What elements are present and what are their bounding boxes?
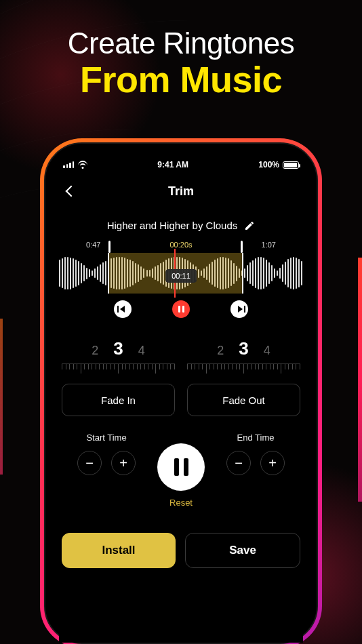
install-button[interactable]: Install: [62, 533, 176, 568]
dial-next: 4: [264, 344, 270, 358]
install-label: Install: [102, 544, 135, 557]
selection-handle-right[interactable]: [241, 241, 243, 253]
wifi-icon: [77, 161, 87, 169]
dial-prev: 2: [92, 344, 98, 358]
fade-in-label: Fade In: [101, 395, 136, 406]
skip-end-icon: [238, 306, 243, 313]
play-pause-button[interactable]: [157, 443, 205, 491]
minus-icon: −: [235, 456, 243, 470]
start-time-label: Start Time: [59, 432, 154, 443]
phone-screen: 9:41 AM 100% Trim Higher and Higher by C…: [59, 159, 303, 643]
chevron-left-icon: [66, 186, 77, 197]
save-button[interactable]: Save: [185, 533, 300, 568]
battery-pct: 100%: [258, 160, 279, 169]
start-time-decrement[interactable]: −: [77, 451, 102, 475]
selection-start-time: 0:47: [86, 241, 100, 249]
pause-icon: [174, 458, 188, 476]
hero-line2: From Music: [0, 60, 362, 100]
phone-frame: 9:41 AM 100% Trim Higher and Higher by C…: [44, 142, 318, 644]
fade-in-dial[interactable]: 2 3 4: [62, 338, 175, 374]
fade-in-button[interactable]: Fade In: [62, 384, 175, 416]
dial-current: 3: [239, 338, 248, 359]
selection-handle-left[interactable]: [108, 241, 110, 253]
battery-icon: [283, 161, 299, 169]
end-time-increment[interactable]: +: [260, 451, 285, 475]
hero-text: Create Ringtones From Music: [0, 27, 362, 100]
status-time: 9:41 AM: [157, 160, 188, 169]
end-time-label: End Time: [208, 432, 303, 443]
plus-icon: +: [119, 456, 127, 470]
dial-current: 3: [113, 338, 123, 359]
fade-out-dial[interactable]: 2 3 4: [187, 338, 300, 374]
minus-icon: −: [85, 456, 94, 470]
skip-start-button[interactable]: [114, 300, 132, 318]
playhead-time: 00:11: [165, 269, 197, 283]
selection-end-time: 1:07: [262, 241, 276, 249]
reset-label: Reset: [169, 498, 193, 508]
plus-icon: +: [268, 456, 277, 470]
reset-button[interactable]: Reset: [169, 498, 193, 508]
page-title: Trim: [168, 184, 194, 199]
track-title: Higher and Higher by Clouds: [107, 220, 238, 231]
back-button[interactable]: [62, 182, 79, 200]
skip-end-button[interactable]: [230, 300, 248, 318]
skip-start-icon: [120, 306, 125, 313]
signal-icon: [63, 161, 74, 168]
pause-icon: [178, 306, 184, 313]
end-time-decrement[interactable]: −: [226, 451, 251, 475]
mini-pause-button[interactable]: [172, 300, 190, 318]
fade-out-label: Fade Out: [222, 395, 265, 406]
dial-next: 4: [138, 344, 145, 358]
status-bar: 9:41 AM 100%: [59, 159, 303, 171]
hero-line1: Create Ringtones: [0, 27, 362, 60]
edit-icon[interactable]: [244, 220, 255, 231]
start-time-increment[interactable]: +: [111, 451, 136, 475]
save-label: Save: [229, 544, 256, 557]
dial-prev: 2: [217, 344, 224, 358]
fade-out-button[interactable]: Fade Out: [187, 384, 300, 416]
